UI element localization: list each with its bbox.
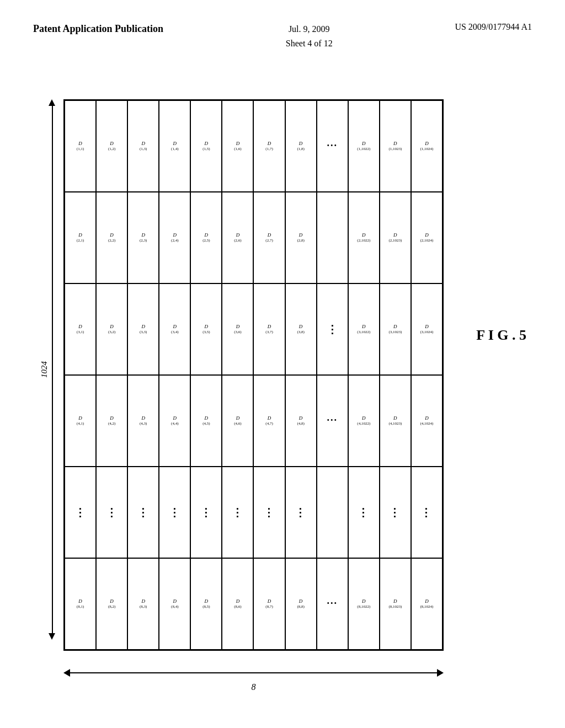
figure-label: F I G . 5 (476, 326, 526, 344)
vdots-row5-4: ⋮ (159, 467, 190, 558)
dots-row2-col9 (317, 192, 348, 283)
cell-1-1023: D(1,1023) (380, 100, 411, 192)
cell-3-2: D(3,2) (96, 283, 127, 375)
vdots-row5-7: ⋮ (253, 467, 285, 558)
cell-4-4: D(4,4) (159, 375, 190, 467)
patent-number: US 2009/0177944 A1 (455, 22, 532, 32)
cell-4-5: D(4,5) (190, 375, 222, 467)
vdots-row5-1: ⋮ (65, 467, 96, 558)
width-label-8: 8 (63, 682, 444, 692)
cell-2-5: D(2,5) (190, 192, 222, 283)
vdots-row5-9 (317, 467, 348, 558)
cell-1-5: D(1,5) (190, 100, 222, 192)
vdots-row5-3: ⋮ (127, 467, 159, 558)
cell-8-7: D(8,7) (253, 558, 285, 650)
cell-8-2: D(8,2) (96, 558, 127, 650)
publication-title: Patent Application Publication (33, 22, 163, 36)
cell-3-8: D(3,8) (285, 283, 317, 375)
cell-1-1022: D(1,1022) (348, 100, 380, 192)
dimension-label-1024: 1024 (40, 361, 49, 378)
vdots-row5-8: ⋮ (285, 467, 317, 558)
page-header: Patent Application Publication Jul. 9, 2… (0, 22, 565, 50)
cell-4-8: D(4,8) (285, 375, 317, 467)
dots-row8-col9: ··· (317, 558, 348, 650)
cell-8-4: D(8,4) (159, 558, 190, 650)
cell-1-7: D(1,7) (253, 100, 285, 192)
sheet-info: Sheet 4 of 12 (286, 36, 333, 51)
vdots-row5-10: ⋮ (348, 467, 380, 558)
cell-8-1024: D(8,1024) (411, 558, 443, 650)
cell-2-2: D(2,2) (96, 192, 127, 283)
cell-4-1024: D(4,1024) (411, 375, 443, 467)
cell-2-3: D(2,3) (127, 192, 159, 283)
cell-1-8: D(1,8) (285, 100, 317, 192)
vdots-row5-12: ⋮ (411, 467, 443, 558)
cell-3-6: D(3,6) (222, 283, 253, 375)
cell-4-2: D(4,2) (96, 375, 127, 467)
cell-8-1: D(8,1) (65, 558, 96, 650)
cell-2-6: D(2,6) (222, 192, 253, 283)
cell-4-1: D(4,1) (65, 375, 96, 467)
cell-3-1022: D(3,1022) (348, 283, 380, 375)
cell-8-1023: D(8,1023) (380, 558, 411, 650)
cell-2-1024: D(2,1024) (411, 192, 443, 283)
cell-1-6: D(1,6) (222, 100, 253, 192)
cell-2-8: D(2,8) (285, 192, 317, 283)
cell-3-1023: D(3,1023) (380, 283, 411, 375)
cell-8-6: D(8,6) (222, 558, 253, 650)
vdots-row5-2: ⋮ (96, 467, 127, 558)
publication-date: Jul. 9, 2009 (286, 22, 333, 36)
cell-8-5: D(8,5) (190, 558, 222, 650)
cell-4-3: D(4,3) (127, 375, 159, 467)
figure-area: 1024 D(1,1) D(1,2) D(1,3) D(1,4) D(1,5) … (33, 88, 532, 684)
cell-1-4: D(1,4) (159, 100, 190, 192)
cell-3-5: D(3,5) (190, 283, 222, 375)
cell-1-3: D(1,3) (127, 100, 159, 192)
vdots-row5-11: ⋮ (380, 467, 411, 558)
dots-row4-col9: ··· (317, 375, 348, 467)
cell-8-8: D(8,8) (285, 558, 317, 650)
cell-4-6: D(4,6) (222, 375, 253, 467)
cell-2-1: D(2,1) (65, 192, 96, 283)
cell-2-4: D(2,4) (159, 192, 190, 283)
cell-3-1024: D(3,1024) (411, 283, 443, 375)
cell-2-1023: D(2,1023) (380, 192, 411, 283)
cell-8-1022: D(8,1022) (348, 558, 380, 650)
cell-3-7: D(3,7) (253, 283, 285, 375)
vdots-row5-6: ⋮ (222, 467, 253, 558)
dots-row1-col9: ··· (317, 100, 348, 192)
cell-1-1024: D(1,1024) (411, 100, 443, 192)
cell-1-1: D(1,1) (65, 100, 96, 192)
cell-4-7: D(4,7) (253, 375, 285, 467)
cell-3-3: D(3,3) (127, 283, 159, 375)
cell-3-4: D(3,4) (159, 283, 190, 375)
cell-4-1023: D(4,1023) (380, 375, 411, 467)
vdots-row3: ⋮ (317, 283, 348, 375)
cell-1-2: D(1,2) (96, 100, 127, 192)
cell-8-3: D(8,3) (127, 558, 159, 650)
vdots-row5-5: ⋮ (190, 467, 222, 558)
cell-4-1022: D(4,1022) (348, 375, 380, 467)
cell-2-7: D(2,7) (253, 192, 285, 283)
cell-2-1022: D(2,1022) (348, 192, 380, 283)
header-center: Jul. 9, 2009 Sheet 4 of 12 (286, 22, 333, 50)
cell-3-1: D(3,1) (65, 283, 96, 375)
